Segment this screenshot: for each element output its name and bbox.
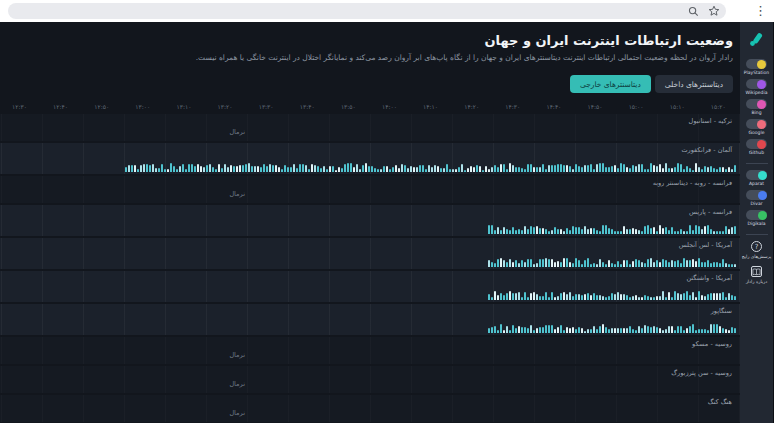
latency-bar bbox=[464, 170, 466, 173]
latency-bar bbox=[725, 226, 727, 234]
latency-bar bbox=[305, 165, 307, 172]
latency-bar bbox=[242, 165, 244, 172]
tab-external-datacenters[interactable]: دیتاسنترهای خارجی bbox=[570, 75, 651, 93]
latency-bar bbox=[719, 231, 721, 234]
latency-bar bbox=[350, 163, 352, 172]
latency-bar bbox=[548, 297, 550, 300]
latency-bar bbox=[731, 227, 733, 234]
latency-bar bbox=[608, 329, 610, 333]
latency-bar bbox=[635, 295, 637, 300]
search-icon[interactable] bbox=[688, 6, 699, 17]
time-tick-label: ۱۵:۰۰ bbox=[629, 103, 644, 110]
latency-bar bbox=[566, 258, 568, 267]
latency-bar bbox=[683, 169, 685, 172]
latency-bar bbox=[686, 328, 688, 333]
latency-bar bbox=[395, 165, 397, 172]
latency-bar bbox=[692, 292, 694, 300]
latency-bar bbox=[704, 166, 706, 172]
datacenter-row: آمریکا - واشنگتن bbox=[0, 271, 740, 302]
latency-bar bbox=[152, 164, 154, 172]
latency-bar bbox=[401, 164, 403, 173]
latency-bar bbox=[557, 229, 559, 234]
browser-menu-icon[interactable]: ⋮ bbox=[754, 1, 767, 21]
latency-bar bbox=[638, 230, 640, 234]
service-toggle-bing[interactable]: Bing bbox=[744, 99, 769, 115]
latency-bar bbox=[521, 168, 523, 172]
latency-bar bbox=[731, 264, 733, 267]
latency-bar bbox=[497, 167, 499, 172]
latency-bar bbox=[365, 163, 367, 172]
faq-link[interactable]: ? پرسش‌های رایج bbox=[742, 241, 772, 259]
arvancloud-radar-logo-icon[interactable] bbox=[747, 29, 767, 49]
latency-bar bbox=[704, 296, 706, 300]
latency-bar bbox=[596, 164, 598, 172]
tab-internal-datacenters[interactable]: دیتاسنترهای داخلی bbox=[655, 75, 733, 93]
service-toggle-wikipedia[interactable]: Wikipedia bbox=[744, 79, 769, 95]
latency-bar bbox=[218, 164, 220, 172]
latency-bar bbox=[674, 261, 676, 267]
datacenter-row-label: آمریکا - لس آنجلس bbox=[679, 241, 732, 249]
service-status-pill bbox=[746, 79, 767, 89]
latency-bar bbox=[524, 292, 526, 300]
latency-bar bbox=[680, 164, 682, 172]
latency-bar bbox=[488, 260, 490, 268]
latency-bars-sparkline bbox=[488, 258, 736, 267]
latency-bar bbox=[569, 292, 571, 300]
latency-bar bbox=[488, 328, 490, 333]
latency-bar bbox=[695, 261, 697, 267]
latency-bar bbox=[719, 167, 721, 173]
service-toggle-github[interactable]: Github bbox=[744, 139, 769, 155]
latency-bar bbox=[569, 230, 571, 234]
latency-bar bbox=[707, 260, 709, 268]
service-status-group-primary: PlayStationWikipediaBingGoogleGithub bbox=[744, 59, 769, 159]
latency-bar bbox=[329, 166, 331, 172]
latency-bar bbox=[620, 231, 622, 234]
about-radar-link[interactable]: درباره رادار bbox=[746, 266, 768, 284]
service-toggle-aparat[interactable]: Aparat bbox=[746, 170, 767, 186]
latency-bar bbox=[467, 168, 469, 172]
latency-bar bbox=[494, 230, 496, 234]
latency-bar bbox=[515, 328, 517, 333]
service-toggle-google[interactable]: Google bbox=[744, 119, 769, 135]
datacenter-row-label: فرانسه - روبه - دیتاسنتر روبه bbox=[653, 179, 732, 187]
datacenter-row: هنگ کنگنرمال bbox=[0, 395, 740, 422]
service-toggle-playstation[interactable]: PlayStation bbox=[744, 59, 769, 75]
latency-bar bbox=[557, 327, 559, 333]
latency-bar bbox=[518, 263, 520, 267]
latency-bar bbox=[638, 326, 640, 333]
book-icon bbox=[751, 266, 762, 277]
service-toggle-divar[interactable]: Divar bbox=[746, 190, 767, 206]
latency-bar bbox=[623, 164, 625, 172]
latency-bar bbox=[194, 166, 196, 172]
bookmark-star-icon[interactable] bbox=[708, 5, 720, 17]
latency-bar bbox=[389, 169, 391, 172]
latency-bars-sparkline bbox=[488, 324, 736, 333]
service-label: Google bbox=[749, 130, 765, 135]
latency-bar bbox=[557, 164, 559, 172]
latency-bar bbox=[641, 328, 643, 333]
datacenter-row: فرانسه - پاریس bbox=[0, 205, 740, 236]
latency-bar bbox=[668, 168, 670, 172]
latency-bar bbox=[254, 166, 256, 172]
time-tick-label: ۱۳:۱۰ bbox=[176, 103, 191, 110]
latency-bar bbox=[665, 329, 667, 333]
latency-bar bbox=[185, 169, 187, 172]
latency-bar bbox=[635, 330, 637, 333]
latency-bar bbox=[446, 164, 448, 172]
latency-bar bbox=[560, 325, 562, 333]
latency-bar bbox=[518, 326, 520, 333]
latency-bar bbox=[632, 296, 634, 300]
status-normal-label: نرمال bbox=[229, 351, 245, 359]
latency-bar bbox=[344, 164, 346, 172]
latency-bar bbox=[560, 164, 562, 172]
latency-bar bbox=[230, 165, 232, 172]
latency-bar bbox=[668, 326, 670, 333]
latency-bar bbox=[578, 227, 580, 234]
latency-bar bbox=[377, 169, 379, 172]
latency-bar bbox=[647, 326, 649, 333]
latency-bar bbox=[494, 291, 496, 300]
latency-bar bbox=[518, 167, 520, 172]
service-toggle-digikala[interactable]: Digikala bbox=[746, 210, 767, 226]
address-bar[interactable] bbox=[8, 3, 726, 19]
latency-bar bbox=[515, 293, 517, 300]
